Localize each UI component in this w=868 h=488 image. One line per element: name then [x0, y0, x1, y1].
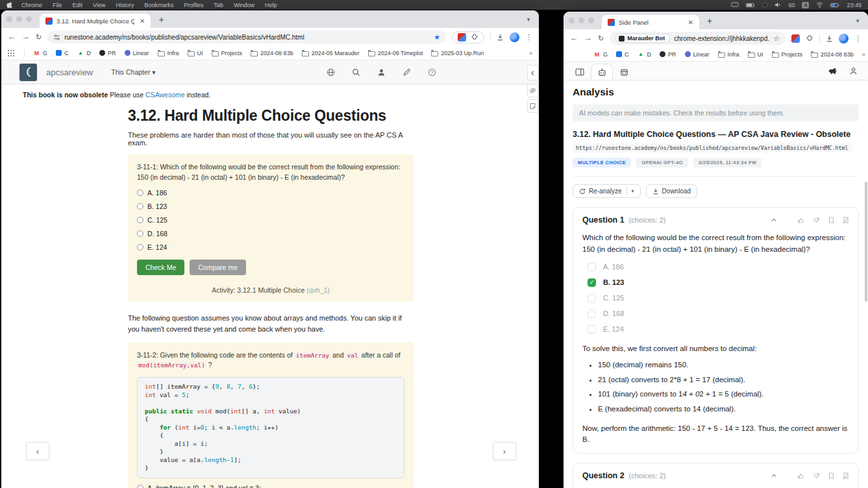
radio-icon[interactable] [137, 203, 143, 210]
menu-kebab-icon[interactable]: ⋮ [525, 33, 532, 42]
radio-icon[interactable] [137, 217, 143, 223]
sidebar-collapse-button[interactable]: ‹ [527, 65, 538, 80]
thumbs-down-icon[interactable] [813, 472, 820, 480]
chevron-up-icon[interactable] [771, 472, 777, 479]
prev-page-button[interactable]: ‹ [26, 442, 49, 460]
bookmark-item[interactable]: Projects [212, 50, 243, 56]
new-tab-button[interactable]: + [158, 14, 164, 25]
menubar-item[interactable]: Edit [68, 2, 88, 8]
answer-option[interactable]: B. 123 [137, 202, 404, 210]
tab-bot-archive[interactable] [613, 64, 635, 80]
bookmark-slash-icon[interactable] [843, 217, 849, 224]
menubar-item[interactable]: Bookmarks [139, 2, 179, 8]
minimize-button[interactable] [578, 18, 584, 23]
do-not-disturb-icon[interactable] [762, 3, 767, 8]
wifi-icon[interactable] [816, 2, 823, 8]
menubar-item[interactable]: View [88, 2, 110, 8]
bookmark-item[interactable]: 2024-09 Timeplot [368, 50, 423, 56]
url-bar[interactable]: runestone.academy/ns/books/published/apc… [47, 30, 446, 43]
bookmark-item[interactable]: Infra [158, 50, 179, 56]
apple-icon[interactable] [6, 1, 12, 8]
close-button[interactable] [569, 18, 575, 23]
csawesome-link[interactable]: CSAwesome [145, 91, 185, 99]
download-button[interactable]: Download [646, 184, 697, 198]
bookmark-item[interactable]: UI [748, 51, 763, 58]
bookmark-item[interactable]: 2024-08 83b [251, 50, 293, 56]
search-icon[interactable] [352, 68, 360, 77]
site-brand[interactable]: apcsareview [46, 67, 93, 77]
bookmark-item[interactable]: 2024-08 83b [811, 51, 854, 58]
volume-icon[interactable] [775, 2, 781, 8]
profile-avatar[interactable] [510, 32, 519, 42]
bookmark-item[interactable]: 2025-03 Up.Run [431, 50, 484, 56]
puzzle-icon[interactable] [806, 34, 813, 42]
bookmark-item[interactable]: D [77, 50, 92, 56]
menu-kebab-icon[interactable]: ⋮ [854, 34, 862, 43]
forward-icon[interactable]: → [22, 32, 31, 42]
reanalyze-button[interactable]: Re-analyze ▾ [573, 184, 641, 198]
bookmark-star-icon[interactable]: ★ [434, 33, 440, 42]
browser-tab[interactable]: Side Panel ✕ [602, 15, 699, 29]
globe-icon[interactable] [327, 68, 335, 77]
radio-icon[interactable] [137, 230, 143, 237]
checkbox-icon[interactable] [588, 325, 596, 334]
runestone-logo[interactable] [19, 64, 37, 81]
bookmark-item[interactable]: PR [660, 51, 676, 58]
scratch-activecode-icon[interactable] [527, 84, 538, 97]
url-bar[interactable]: Marauder Bot chrome-extension://jhhkkake… [610, 32, 786, 45]
extension-icon[interactable] [458, 33, 466, 42]
bookmark-icon[interactable] [828, 217, 834, 224]
minimize-button[interactable] [16, 16, 22, 22]
bookmark-slash-icon[interactable] [843, 472, 849, 480]
radio-icon[interactable] [137, 485, 143, 488]
zoom-button[interactable] [588, 18, 594, 23]
thumbs-up-icon[interactable] [797, 217, 804, 224]
answer-option[interactable]: A. itemArray = {0, 1, 2, 3} and val = 3; [137, 484, 404, 488]
bookmarks-overflow-icon[interactable]: » [529, 50, 532, 56]
bookmark-star-icon[interactable]: ☆ [773, 34, 780, 43]
forward-icon[interactable]: → [584, 34, 593, 43]
menubar-item[interactable]: History [110, 2, 139, 8]
bookmark-item[interactable]: C [56, 50, 69, 56]
puzzle-icon[interactable] [471, 33, 478, 41]
browser-tab[interactable]: 3.12. Hard Multiple Choice Q... ✕ [40, 14, 151, 28]
bookmark-item[interactable]: PR [99, 50, 116, 56]
bookmarks-overflow-icon[interactable]: » [862, 51, 865, 58]
reload-icon[interactable]: ↻ [36, 33, 42, 42]
menubar-item[interactable]: Help [260, 2, 282, 8]
battery-icon[interactable] [830, 3, 839, 8]
thumbs-down-icon[interactable] [813, 217, 820, 224]
bookmark-item[interactable]: C [616, 51, 629, 58]
scratchpad-icon[interactable] [527, 99, 538, 113]
bookmark-item[interactable]: G [33, 50, 47, 56]
reload-icon[interactable]: ↻ [598, 34, 604, 43]
display-icon[interactable] [731, 2, 739, 8]
tab-search-chevron-icon[interactable]: ▾ [523, 14, 534, 25]
bookmark-item[interactable]: Linear [125, 50, 149, 56]
tab-close-icon[interactable]: ✕ [140, 18, 145, 25]
tab-analysis-bot[interactable] [591, 64, 613, 80]
checkbox-icon[interactable] [588, 278, 596, 287]
menubar-item[interactable]: Profiles [179, 2, 208, 8]
chevron-down-icon[interactable]: ▾ [632, 188, 634, 194]
panel-scrollbar[interactable] [865, 182, 867, 302]
downloads-icon[interactable] [497, 34, 504, 41]
answer-option[interactable]: E. 124 [137, 243, 404, 251]
checkbox-icon[interactable] [588, 310, 596, 318]
menubar-item[interactable]: File [47, 2, 68, 8]
checkbox-icon[interactable] [588, 294, 596, 302]
bookmark-item[interactable]: Linear [685, 51, 710, 58]
check-me-button[interactable]: Check Me [137, 260, 184, 275]
bookmark-item[interactable]: G [593, 51, 608, 58]
bookmark-item[interactable]: Projects [772, 51, 803, 58]
pencil-icon[interactable] [403, 68, 411, 77]
help-icon[interactable]: ? [428, 68, 436, 77]
back-icon[interactable]: ← [8, 32, 16, 42]
new-tab-button[interactable]: + [707, 16, 712, 26]
tab-close-icon[interactable]: ✕ [688, 19, 693, 26]
radio-icon[interactable] [137, 189, 143, 196]
answer-option[interactable]: D. 168 [137, 230, 404, 238]
compare-me-button[interactable]: Compare me [190, 260, 246, 275]
bookmark-item[interactable]: Infra [718, 51, 739, 58]
bookmark-item[interactable]: D [638, 51, 652, 58]
